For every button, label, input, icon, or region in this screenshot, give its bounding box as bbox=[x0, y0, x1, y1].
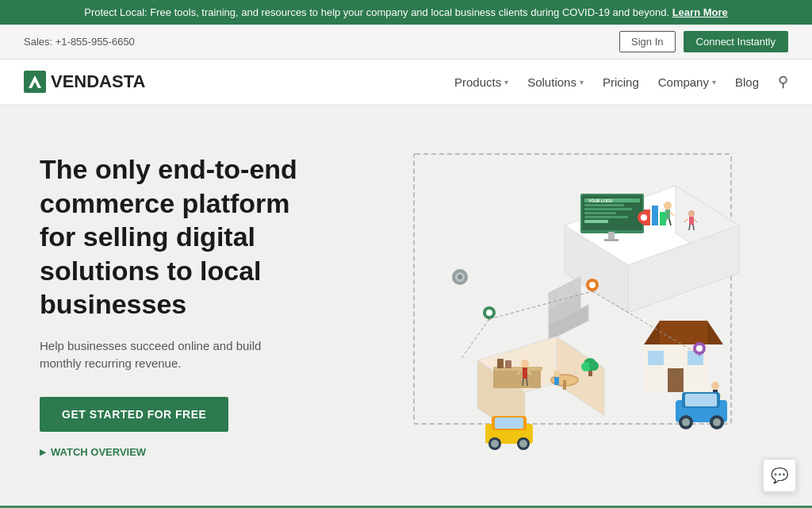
top-banner: Protect Local: Free tools, training, and… bbox=[0, 0, 812, 25]
svg-point-24 bbox=[688, 210, 695, 217]
svg-point-99 bbox=[458, 275, 462, 279]
svg-rect-53 bbox=[554, 377, 559, 385]
svg-rect-10 bbox=[584, 204, 624, 206]
svg-point-76 bbox=[519, 440, 527, 448]
search-icon[interactable]: ⚲ bbox=[778, 74, 788, 90]
svg-rect-25 bbox=[689, 217, 694, 225]
svg-rect-62 bbox=[668, 368, 684, 392]
main-nav: VENDASTA Products ▾ Solutions ▾ Pricing … bbox=[0, 60, 812, 105]
nav-item-pricing[interactable]: Pricing bbox=[603, 75, 639, 89]
chevron-down-icon: ▾ bbox=[580, 78, 584, 87]
chat-bubble-icon: 💬 bbox=[771, 467, 788, 484]
sales-bar: Sales: +1-855-955-6650 Sign In Connect I… bbox=[0, 25, 812, 60]
svg-rect-42 bbox=[505, 360, 511, 368]
connect-instantly-button[interactable]: Connect Instantly bbox=[684, 31, 788, 52]
sales-actions: Sign In Connect Instantly bbox=[619, 31, 788, 52]
nav-item-blog[interactable]: Blog bbox=[735, 75, 759, 89]
play-icon: ▶ bbox=[40, 448, 46, 456]
hero-content: The only end-to-end commerce platform fo… bbox=[0, 105, 333, 506]
svg-text:YOUR LOGO: YOUR LOGO bbox=[588, 198, 613, 203]
nav-links: Products ▾ Solutions ▾ Pricing Company ▾… bbox=[454, 73, 788, 90]
svg-point-43 bbox=[521, 360, 529, 368]
protect-local-section: Let's work together to #ProtectLocal Res… bbox=[0, 506, 812, 509]
svg-rect-41 bbox=[497, 359, 504, 368]
svg-rect-15 bbox=[608, 232, 615, 240]
svg-point-96 bbox=[641, 214, 647, 221]
svg-rect-77 bbox=[495, 418, 523, 429]
hero-illustration: YOUR LOGO bbox=[333, 105, 812, 506]
get-started-button[interactable]: GET STARTED FOR FREE bbox=[40, 397, 228, 432]
svg-rect-14 bbox=[584, 220, 608, 223]
svg-point-65 bbox=[711, 382, 719, 390]
sales-phone: Sales: +1-855-955-6650 bbox=[24, 36, 135, 48]
svg-point-57 bbox=[589, 361, 599, 371]
svg-marker-58 bbox=[660, 321, 707, 344]
banner-learn-more-link[interactable]: Learn More bbox=[672, 6, 728, 18]
svg-point-18 bbox=[664, 202, 672, 210]
svg-rect-16 bbox=[604, 239, 619, 241]
svg-rect-12 bbox=[584, 212, 616, 214]
svg-point-81 bbox=[682, 418, 690, 426]
nav-item-solutions[interactable]: Solutions ▾ bbox=[527, 75, 584, 89]
chevron-down-icon: ▾ bbox=[712, 78, 716, 87]
nav-link-solutions[interactable]: Solutions ▾ bbox=[527, 75, 584, 89]
nav-item-products[interactable]: Products ▾ bbox=[454, 75, 508, 89]
chat-button[interactable]: 💬 bbox=[763, 459, 796, 492]
svg-point-83 bbox=[713, 418, 721, 426]
svg-marker-59 bbox=[644, 321, 660, 344]
watch-label: WATCH OVERVIEW bbox=[51, 446, 146, 458]
svg-rect-84 bbox=[685, 394, 717, 406]
watch-overview-link[interactable]: ▶ WATCH OVERVIEW bbox=[40, 446, 301, 458]
svg-rect-31 bbox=[652, 206, 658, 225]
svg-marker-60 bbox=[707, 321, 723, 344]
logo-icon bbox=[24, 71, 46, 93]
hero-section: The only end-to-end commerce platform fo… bbox=[0, 105, 812, 506]
nav-link-company[interactable]: Company ▾ bbox=[658, 75, 716, 89]
svg-line-29 bbox=[693, 225, 694, 230]
svg-line-47 bbox=[523, 379, 523, 386]
banner-text: Protect Local: Free tools, training, and… bbox=[84, 6, 669, 18]
svg-point-87 bbox=[486, 310, 492, 316]
nav-link-pricing[interactable]: Pricing bbox=[603, 75, 639, 89]
hero-headline: The only end-to-end commerce platform fo… bbox=[40, 152, 301, 321]
svg-rect-13 bbox=[584, 216, 628, 218]
svg-point-74 bbox=[491, 440, 499, 448]
svg-rect-11 bbox=[584, 208, 632, 210]
sign-in-button[interactable]: Sign In bbox=[619, 31, 675, 52]
chevron-down-icon: ▾ bbox=[504, 78, 508, 87]
svg-rect-39 bbox=[493, 368, 541, 388]
svg-point-52 bbox=[553, 371, 560, 377]
hero-subtitle: Help businesses succeed online and build… bbox=[40, 337, 301, 373]
nav-item-company[interactable]: Company ▾ bbox=[658, 75, 716, 89]
svg-line-48 bbox=[527, 379, 527, 386]
svg-rect-44 bbox=[523, 368, 527, 379]
nav-item-search[interactable]: ⚲ bbox=[778, 73, 788, 90]
svg-rect-32 bbox=[660, 212, 666, 225]
svg-point-90 bbox=[589, 282, 596, 288]
svg-line-28 bbox=[689, 225, 690, 230]
hero-svg: YOUR LOGO bbox=[366, 138, 779, 471]
svg-point-93 bbox=[696, 345, 703, 352]
svg-rect-63 bbox=[648, 351, 664, 365]
logo[interactable]: VENDASTA bbox=[24, 71, 145, 93]
nav-link-products[interactable]: Products ▾ bbox=[454, 75, 508, 89]
logo-text: VENDASTA bbox=[51, 71, 145, 92]
svg-line-102 bbox=[460, 319, 489, 360]
svg-rect-51 bbox=[563, 380, 566, 390]
nav-link-blog[interactable]: Blog bbox=[735, 75, 759, 89]
